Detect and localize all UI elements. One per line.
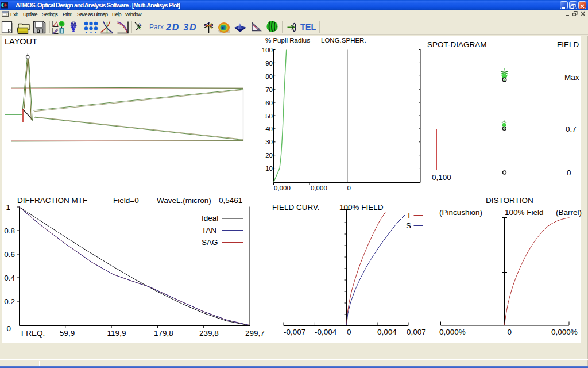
svg-text:WaveL.(micron): WaveL.(micron) (157, 196, 211, 205)
svg-text:FREQ.: FREQ. (21, 329, 45, 338)
svg-text:30: 30 (265, 139, 273, 145)
svg-text:0,004: 0,004 (377, 328, 397, 336)
svg-text:Ideal: Ideal (202, 214, 218, 223)
svg-text:SAG: SAG (202, 238, 218, 247)
svg-text:20: 20 (265, 152, 273, 159)
svg-text:100% FIELD: 100% FIELD (339, 203, 384, 212)
svg-text:299,7: 299,7 (245, 329, 265, 338)
svg-text:70: 70 (265, 86, 273, 93)
svg-text:FIELD CURV.: FIELD CURV. (272, 203, 320, 212)
svg-text:90: 90 (265, 60, 273, 67)
svg-text:59,9: 59,9 (60, 329, 75, 338)
svg-text:100% Field: 100% Field (505, 208, 544, 217)
svg-text:0.4: 0.4 (4, 274, 15, 282)
svg-text:1: 1 (6, 203, 10, 212)
svg-text:FIELD: FIELD (557, 40, 579, 49)
svg-text:-0,007: -0,007 (284, 328, 305, 336)
svg-text:50: 50 (265, 113, 273, 120)
svg-text:Field=0: Field=0 (113, 196, 139, 205)
svg-text:0: 0 (6, 324, 11, 333)
svg-text:119,9: 119,9 (107, 329, 126, 338)
svg-text:80: 80 (265, 73, 273, 80)
svg-text:0,000%: 0,000% (551, 328, 578, 336)
svg-text:TAN: TAN (202, 226, 216, 235)
svg-text:0.6: 0.6 (4, 250, 15, 259)
svg-text:% Pupil Radius: % Pupil Radius (265, 37, 310, 44)
svg-text:(Barrel): (Barrel) (556, 208, 582, 217)
svg-text:0: 0 (567, 168, 571, 177)
svg-text:Max: Max (564, 73, 579, 82)
svg-text:T: T (407, 211, 411, 220)
svg-text:0.8: 0.8 (4, 227, 15, 235)
svg-text:LAYOUT: LAYOUT (5, 37, 37, 46)
svg-text:(Pincushion): (Pincushion) (439, 208, 482, 217)
svg-text:0.7: 0.7 (566, 125, 577, 133)
svg-text:0.2: 0.2 (4, 297, 15, 306)
svg-text:S: S (406, 221, 411, 230)
svg-text:0,007: 0,007 (407, 328, 426, 336)
svg-text:0,5461: 0,5461 (219, 196, 242, 205)
svg-text:60: 60 (265, 99, 273, 106)
svg-text:0,000: 0,000 (311, 185, 327, 191)
svg-text:LONG.SPHER.: LONG.SPHER. (321, 37, 366, 44)
svg-text:179,8: 179,8 (154, 329, 173, 338)
svg-text:0,000%: 0,000% (439, 328, 466, 336)
svg-text:100: 100 (262, 47, 273, 53)
svg-text:DISTORTION: DISTORTION (486, 196, 533, 205)
svg-text:0: 0 (508, 328, 512, 336)
svg-text:0,100: 0,100 (432, 173, 451, 182)
svg-text:0,000: 0,000 (274, 185, 291, 191)
svg-text:40: 40 (265, 125, 273, 132)
svg-text:-0,004: -0,004 (315, 328, 337, 336)
svg-text:DIFFRACTION MTF: DIFFRACTION MTF (17, 196, 87, 205)
svg-text:0: 0 (347, 328, 351, 336)
svg-text:239,8: 239,8 (199, 329, 219, 338)
svg-text:0: 0 (347, 185, 351, 191)
svg-text:10: 10 (265, 165, 273, 172)
svg-text:SPOT-DIAGRAM: SPOT-DIAGRAM (427, 40, 487, 49)
